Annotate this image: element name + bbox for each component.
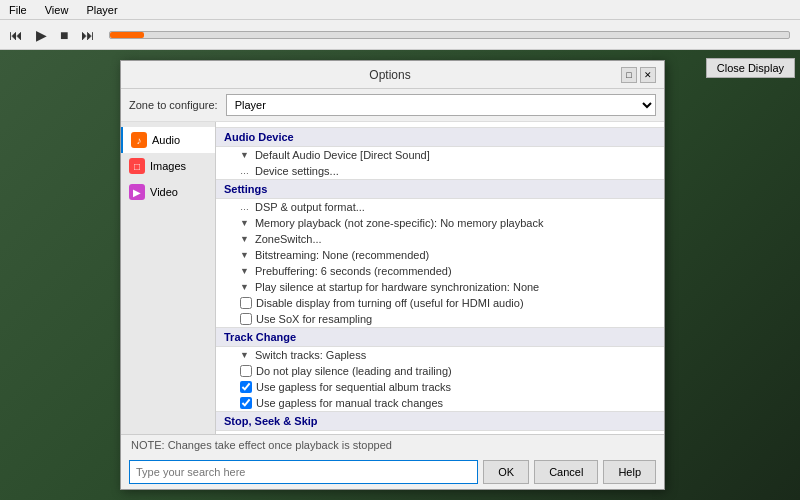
stop-seek-skip-header: Stop, Seek & Skip (216, 411, 664, 431)
gapless-sequential-item: Use gapless for sequential album tracks (216, 379, 664, 395)
disable-display-checkbox[interactable] (240, 297, 252, 309)
sidebar-item-images[interactable]: □ Images (121, 153, 215, 179)
switch-tracks-label: Switch tracks: Gapless (255, 349, 366, 361)
no-play-silence-label: Do not play silence (leading and trailin… (256, 365, 452, 377)
gapless-manual-label: Use gapless for manual track changes (256, 397, 443, 409)
dialog-body: Zone to configure: Player ♪ Audio (121, 89, 664, 489)
audio-device-settings[interactable]: … Device settings... (216, 163, 664, 179)
menu-player[interactable]: Player (82, 4, 121, 16)
gapless-manual-checkbox[interactable] (240, 397, 252, 409)
dsp-output-label: DSP & output format... (255, 201, 365, 213)
arrow-icon-7: ▼ (240, 350, 249, 360)
use-sox-label: Use SoX for resampling (256, 313, 372, 325)
use-sox-checkbox[interactable] (240, 313, 252, 325)
main-content: Options □ ✕ Zone to configure: Player (0, 50, 800, 500)
sidebar-item-video[interactable]: ▶ Video (121, 179, 215, 205)
next-button[interactable]: ⏭ (77, 25, 99, 45)
zone-row: Zone to configure: Player (121, 89, 664, 122)
play-button[interactable]: ▶ (32, 25, 51, 45)
memory-playback: ▼ Memory playback (not zone-specific): N… (216, 215, 664, 231)
no-play-silence-checkbox[interactable] (240, 365, 252, 377)
arrow-icon-5: ▼ (240, 266, 249, 276)
use-sox-item: Use SoX for resampling (216, 311, 664, 327)
bitstreaming-label: Bitstreaming: None (recommended) (255, 249, 429, 261)
audio-device-settings-label: Device settings... (255, 165, 339, 177)
play-silence: ▼ Play silence at startup for hardware s… (216, 279, 664, 295)
arrow-icon-1: ▼ (240, 150, 249, 160)
help-button[interactable]: Help (603, 460, 656, 484)
note-row: NOTE: Changes take effect once playback … (121, 435, 664, 455)
prebuffering-label: Prebuffering: 6 seconds (recommended) (255, 265, 452, 277)
disable-display-item: Disable display from turning off (useful… (216, 295, 664, 311)
memory-playback-label: Memory playback (not zone-specific): No … (255, 217, 544, 229)
ellipsis-icon-1: … (240, 166, 249, 176)
images-icon: □ (129, 158, 145, 174)
settings-header: Settings (216, 179, 664, 199)
search-input[interactable] (129, 460, 478, 484)
sidebar-item-audio[interactable]: ♪ Audio (121, 127, 215, 153)
disable-display-label: Disable display from turning off (useful… (256, 297, 524, 309)
gapless-manual-item: Use gapless for manual track changes (216, 395, 664, 411)
sidebar-label-images: Images (150, 160, 186, 172)
dsp-output[interactable]: … DSP & output format... (216, 199, 664, 215)
menu-view[interactable]: View (41, 4, 73, 16)
dialog-panels: ♪ Audio □ Images ▶ Video (121, 122, 664, 434)
dialog-titlebar: Options □ ✕ (121, 61, 664, 89)
content-pane: Audio Device ▼ Default Audio Device [Dir… (216, 122, 664, 434)
arrow-icon-3: ▼ (240, 234, 249, 244)
bitstreaming: ▼ Bitstreaming: None (recommended) (216, 247, 664, 263)
video-icon: ▶ (129, 184, 145, 200)
arrow-icon-4: ▼ (240, 250, 249, 260)
no-play-silence-item: Do not play silence (leading and trailin… (216, 363, 664, 379)
switch-tracks: ▼ Switch tracks: Gapless (216, 347, 664, 363)
menu-file[interactable]: File (5, 4, 31, 16)
audio-device-header: Audio Device (216, 127, 664, 147)
zone-select[interactable]: Player (226, 94, 656, 116)
app-window: File View Player ⏮ ▶ ■ ⏭ Close Display O… (0, 0, 800, 500)
sidebar-label-video: Video (150, 186, 178, 198)
note-text: NOTE: Changes take effect once playback … (131, 439, 392, 451)
toolbar: ⏮ ▶ ■ ⏭ Close Display (0, 20, 800, 50)
track-change-header: Track Change (216, 327, 664, 347)
ok-button[interactable]: OK (483, 460, 529, 484)
options-dialog: Options □ ✕ Zone to configure: Player (120, 60, 665, 490)
arrow-icon-6: ▼ (240, 282, 249, 292)
zone-label: Zone to configure: (129, 99, 218, 111)
menu-bar: File View Player (0, 0, 800, 20)
progress-fill (110, 32, 144, 38)
dialog-maximize-button[interactable]: □ (621, 67, 637, 83)
prebuffering: ▼ Prebuffering: 6 seconds (recommended) (216, 263, 664, 279)
gapless-sequential-checkbox[interactable] (240, 381, 252, 393)
dialog-footer: OK Cancel Help (121, 455, 664, 489)
close-display-button[interactable]: Close Display (706, 58, 795, 78)
audio-device-default-label: Default Audio Device [Direct Sound] (255, 149, 430, 161)
dialog-close-button[interactable]: ✕ (640, 67, 656, 83)
dialog-bottom: NOTE: Changes take effect once playback … (121, 434, 664, 489)
stop-button[interactable]: ■ (56, 25, 72, 45)
sidebar-label-audio: Audio (152, 134, 180, 146)
dialog-controls: □ ✕ (621, 67, 656, 83)
ellipsis-icon-2: … (240, 202, 249, 212)
audio-icon: ♪ (131, 132, 147, 148)
sidebar: ♪ Audio □ Images ▶ Video (121, 122, 216, 434)
audio-device-default: ▼ Default Audio Device [Direct Sound] (216, 147, 664, 163)
gapless-sequential-label: Use gapless for sequential album tracks (256, 381, 451, 393)
cancel-button[interactable]: Cancel (534, 460, 598, 484)
dialog-title: Options (159, 68, 621, 82)
arrow-icon-2: ▼ (240, 218, 249, 228)
progress-bar[interactable] (109, 31, 790, 39)
zone-switch-label: ZoneSwitch... (255, 233, 322, 245)
prev-button[interactable]: ⏮ (5, 25, 27, 45)
play-silence-label: Play silence at startup for hardware syn… (255, 281, 539, 293)
zone-switch[interactable]: ▼ ZoneSwitch... (216, 231, 664, 247)
